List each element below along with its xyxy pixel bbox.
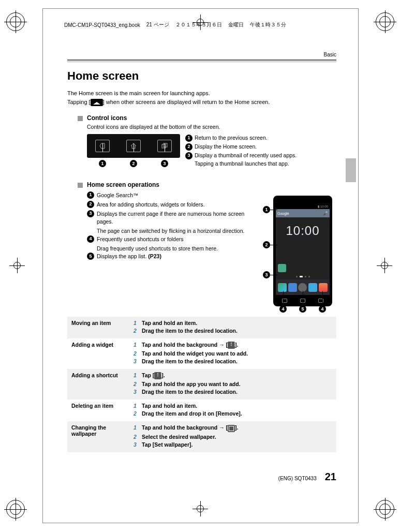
doc-code: (ENG) SQT0433 [278, 476, 317, 481]
apps-grid-icon [154, 372, 161, 379]
ops-item-5-ref: (P23) [148, 253, 161, 259]
phone-callout-5: 5 [299, 305, 306, 313]
page-footer: (ENG) SQT0433 21 [67, 471, 336, 483]
step: 1Tap and hold the background → []. [134, 424, 332, 432]
crop-line [358, 8, 359, 523]
registration-mark [6, 12, 25, 31]
dock-icon [288, 283, 297, 292]
section-label: Basic [67, 52, 336, 60]
home-ops-heading: Home screen operations [87, 181, 159, 188]
header-date: ２０１５年３月６日 [175, 21, 222, 28]
callout-line [303, 291, 303, 305]
side-tab [346, 158, 356, 182]
dock-icon [308, 283, 317, 292]
ops-item-3: Displays the current page if there are n… [97, 210, 253, 227]
phone-status-bar: ▮ 10:00 [276, 204, 330, 209]
table-row: Adding a widget1Tap and hold the backgro… [67, 338, 336, 369]
registration-mark [6, 500, 25, 519]
row-steps: 1Tap and hold the background → [].2Tap a… [129, 338, 336, 369]
header-time: 午後１時３５分 [250, 21, 286, 28]
registration-cross [377, 258, 392, 273]
phone-callout-4b: 4 [319, 305, 326, 313]
recents-button-icon [157, 140, 172, 152]
row-steps: 1Tap and hold the background → [].2Selec… [129, 421, 336, 452]
operations-table: Moving an item1Tap and hold an item.2Dra… [67, 317, 336, 452]
nav-bar-illustration: 1 2 3 [87, 134, 180, 158]
row-label: Deleting an item [67, 400, 129, 421]
crop-line [42, 8, 43, 523]
callout-3: 3 [87, 210, 94, 217]
step: 3Drag the item to the desired location. [134, 389, 332, 395]
row-steps: 1Tap and hold an item.2Drag the item and… [129, 400, 336, 421]
header-page-info: 21 ページ [146, 21, 169, 28]
home-button-icon [126, 140, 141, 152]
table-row: Changing the wallpaper1Tap and hold the … [67, 421, 336, 452]
table-row: Deleting an item1Tap and hold an item.2D… [67, 400, 336, 421]
control-desc-2: Display the Home screen. [195, 143, 257, 151]
row-steps: 1Tap [].2Tap and hold the app you want t… [129, 369, 336, 400]
step: 2Tap and hold the app you want to add. [134, 381, 332, 387]
callout-1: 1 [99, 160, 106, 167]
ops-item-4-sub: Drag frequently used shortcuts to store … [97, 245, 253, 253]
ops-item-5: Displays the app list. [97, 253, 146, 259]
callout-1: 1 [87, 191, 94, 199]
step: 3Tap [Set wallpaper]. [134, 441, 332, 448]
control-icons-desc: Control icons are displayed at the botto… [87, 124, 336, 130]
phone-callout-1: 1 [263, 206, 270, 213]
step: 2Tap and hold the widget you want to add… [134, 350, 332, 357]
phone-callout-4: 4 [279, 305, 287, 313]
callout-3: 3 [185, 152, 192, 159]
intro-line-1: The Home screen is the main screen for l… [67, 89, 336, 98]
ops-item-2: Area for adding shortcuts, widgets or fo… [97, 201, 204, 209]
step: 1Tap and hold the background → []. [134, 342, 332, 349]
registration-mark [376, 12, 394, 31]
phone-illustration: ▮ 10:00 Google🎤 10:00 [259, 191, 336, 306]
phone-callout-2: 2 [263, 241, 270, 248]
row-label: Changing the wallpaper [67, 421, 129, 452]
callout-4: 4 [87, 235, 94, 243]
page-number: 21 [325, 471, 336, 483]
phone-shortcut [278, 264, 286, 272]
divider [67, 60, 336, 61]
crop-line [42, 8, 358, 9]
phone-search-bar: Google🎤 [276, 209, 330, 217]
home-icon [91, 99, 103, 106]
home-ops-list: 1Google Search™ 2Area for adding shortcu… [87, 191, 253, 262]
row-label: Adding a widget [67, 338, 129, 369]
intro-text: The Home screen is the main screen for l… [67, 89, 336, 106]
table-row: Adding a shortcut1Tap [].2Tap and hold t… [67, 369, 336, 400]
step: 2Drag the item to the desired location. [134, 328, 332, 334]
table-row: Moving an item1Tap and hold an item.2Dra… [67, 317, 336, 338]
callout-line [283, 291, 284, 305]
row-label: Moving an item [67, 317, 129, 338]
divider [67, 62, 336, 62]
row-label: Adding a shortcut [67, 369, 129, 400]
control-icons-section: Control icons Control icons are displaye… [78, 114, 336, 169]
phone-clock: 10:00 [276, 217, 330, 238]
bullet-icon [78, 183, 83, 188]
callout-2: 2 [87, 201, 94, 208]
registration-mark [376, 500, 394, 519]
header-weekday: 金曜日 [228, 21, 244, 28]
step: 1Tap and hold an item. [134, 403, 332, 409]
callout-3: 3 [161, 160, 168, 167]
intro-line-2: Tapping [] when other screens are displa… [67, 98, 336, 107]
dock-icon [319, 283, 328, 292]
header-filename: DMC-CM1P-SQT0433_eng.book [64, 22, 140, 28]
app-drawer-icon [298, 283, 307, 292]
back-button-icon [95, 140, 110, 152]
control-icons-list: 1Return to the previous screen. 2Display… [185, 134, 297, 169]
wallpaper-icon [228, 425, 235, 432]
callout-line [322, 291, 323, 305]
phone-callout-3: 3 [263, 271, 270, 278]
phone-page-indicator [276, 273, 330, 279]
ops-item-1: Google Search™ [97, 191, 139, 200]
callout-2: 2 [130, 160, 137, 167]
row-steps: 1Tap and hold an item.2Drag the item to … [129, 317, 336, 338]
step: 1Tap []. [134, 372, 332, 379]
crop-line [42, 523, 358, 523]
control-desc-3: Display a thumbnail of recently used app… [195, 152, 297, 160]
step: 2Drag the item and drop it on [Remove]. [134, 410, 332, 417]
registration-cross [9, 258, 25, 273]
callout-1: 1 [185, 135, 192, 142]
